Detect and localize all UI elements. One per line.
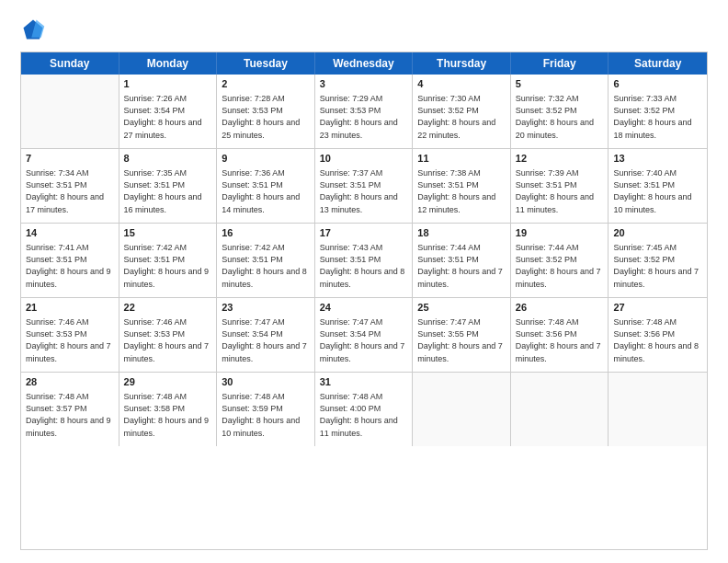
day-number: 30 [222, 375, 310, 389]
day-number: 1 [124, 77, 212, 91]
table-row: 24Sunrise: 7:47 AMSunset: 3:54 PMDayligh… [315, 298, 414, 372]
cal-header-thursday: Thursday [413, 52, 511, 75]
cell-info: Sunrise: 7:37 AMSunset: 3:51 PMDaylight:… [320, 167, 408, 215]
cell-info: Sunrise: 7:48 AMSunset: 3:56 PMDaylight:… [613, 316, 702, 364]
table-row: 23Sunrise: 7:47 AMSunset: 3:54 PMDayligh… [217, 298, 315, 372]
cell-info: Sunrise: 7:48 AMSunset: 3:59 PMDaylight:… [222, 391, 310, 439]
table-row: 12Sunrise: 7:39 AMSunset: 3:51 PMDayligh… [511, 149, 609, 223]
day-number: 4 [417, 77, 506, 91]
table-row: 29Sunrise: 7:48 AMSunset: 3:58 PMDayligh… [119, 373, 218, 446]
cal-week-4: 21Sunrise: 7:46 AMSunset: 3:53 PMDayligh… [21, 298, 707, 373]
cell-info: Sunrise: 7:43 AMSunset: 3:51 PMDaylight:… [320, 242, 408, 290]
cell-info: Sunrise: 7:30 AMSunset: 3:52 PMDaylight:… [417, 93, 506, 141]
cell-info: Sunrise: 7:48 AMSunset: 3:58 PMDaylight:… [124, 391, 212, 439]
table-row: 19Sunrise: 7:44 AMSunset: 3:52 PMDayligh… [511, 224, 609, 297]
day-number: 20 [613, 226, 702, 240]
cell-info: Sunrise: 7:44 AMSunset: 3:52 PMDaylight:… [516, 242, 604, 290]
cal-header-sunday: Sunday [21, 52, 119, 75]
table-row: 10Sunrise: 7:37 AMSunset: 3:51 PMDayligh… [315, 149, 414, 223]
cal-week-3: 14Sunrise: 7:41 AMSunset: 3:51 PMDayligh… [21, 224, 707, 298]
table-row [21, 75, 119, 148]
day-number: 29 [124, 375, 212, 389]
cell-info: Sunrise: 7:46 AMSunset: 3:53 PMDaylight:… [124, 316, 212, 364]
day-number: 28 [26, 375, 114, 389]
cell-info: Sunrise: 7:42 AMSunset: 3:51 PMDaylight:… [222, 242, 310, 290]
day-number: 2 [222, 77, 310, 91]
table-row: 3Sunrise: 7:29 AMSunset: 3:53 PMDaylight… [315, 75, 414, 148]
cell-info: Sunrise: 7:28 AMSunset: 3:53 PMDaylight:… [222, 93, 310, 141]
cal-header-wednesday: Wednesday [315, 52, 414, 75]
table-row: 11Sunrise: 7:38 AMSunset: 3:51 PMDayligh… [413, 149, 511, 223]
cell-info: Sunrise: 7:48 AMSunset: 3:57 PMDaylight:… [26, 391, 114, 439]
cell-info: Sunrise: 7:47 AMSunset: 3:54 PMDaylight:… [320, 316, 408, 364]
table-row: 4Sunrise: 7:30 AMSunset: 3:52 PMDaylight… [413, 75, 511, 148]
table-row: 15Sunrise: 7:42 AMSunset: 3:51 PMDayligh… [119, 224, 218, 297]
day-number: 31 [320, 375, 408, 389]
table-row: 20Sunrise: 7:45 AMSunset: 3:52 PMDayligh… [609, 224, 707, 297]
day-number: 3 [320, 77, 408, 91]
table-row: 14Sunrise: 7:41 AMSunset: 3:51 PMDayligh… [21, 224, 119, 297]
day-number: 18 [417, 226, 506, 240]
day-number: 16 [222, 226, 310, 240]
cell-info: Sunrise: 7:40 AMSunset: 3:51 PMDaylight:… [613, 167, 702, 215]
cell-info: Sunrise: 7:36 AMSunset: 3:51 PMDaylight:… [222, 167, 310, 215]
day-number: 23 [222, 301, 310, 315]
calendar-header: SundayMondayTuesdayWednesdayThursdayFrid… [21, 52, 707, 75]
cell-info: Sunrise: 7:33 AMSunset: 3:52 PMDaylight:… [613, 93, 702, 141]
table-row: 6Sunrise: 7:33 AMSunset: 3:52 PMDaylight… [609, 75, 707, 148]
table-row: 13Sunrise: 7:40 AMSunset: 3:51 PMDayligh… [609, 149, 707, 223]
day-number: 24 [320, 301, 408, 315]
day-number: 11 [417, 152, 506, 166]
table-row: 21Sunrise: 7:46 AMSunset: 3:53 PMDayligh… [21, 298, 119, 372]
cell-info: Sunrise: 7:29 AMSunset: 3:53 PMDaylight:… [320, 93, 408, 141]
calendar: SundayMondayTuesdayWednesdayThursdayFrid… [20, 52, 708, 550]
calendar-body: 1Sunrise: 7:26 AMSunset: 3:54 PMDaylight… [21, 75, 707, 446]
day-number: 5 [516, 77, 604, 91]
logo-icon [20, 17, 46, 42]
table-row [511, 373, 609, 446]
table-row: 28Sunrise: 7:48 AMSunset: 3:57 PMDayligh… [21, 373, 119, 446]
cell-info: Sunrise: 7:42 AMSunset: 3:51 PMDaylight:… [124, 242, 212, 290]
table-row [413, 373, 511, 446]
day-number: 25 [417, 301, 506, 315]
table-row: 31Sunrise: 7:48 AMSunset: 4:00 PMDayligh… [315, 373, 414, 446]
day-number: 14 [26, 226, 114, 240]
cell-info: Sunrise: 7:34 AMSunset: 3:51 PMDaylight:… [26, 167, 114, 215]
day-number: 17 [320, 226, 408, 240]
cell-info: Sunrise: 7:47 AMSunset: 3:54 PMDaylight:… [222, 316, 310, 364]
cal-header-tuesday: Tuesday [217, 52, 315, 75]
table-row: 2Sunrise: 7:28 AMSunset: 3:53 PMDaylight… [217, 75, 315, 148]
cell-info: Sunrise: 7:44 AMSunset: 3:51 PMDaylight:… [417, 242, 506, 290]
day-number: 13 [613, 152, 702, 166]
table-row: 17Sunrise: 7:43 AMSunset: 3:51 PMDayligh… [315, 224, 414, 297]
day-number: 6 [613, 77, 702, 91]
table-row [609, 373, 707, 446]
cell-info: Sunrise: 7:46 AMSunset: 3:53 PMDaylight:… [26, 316, 114, 364]
table-row: 30Sunrise: 7:48 AMSunset: 3:59 PMDayligh… [217, 373, 315, 446]
table-row: 9Sunrise: 7:36 AMSunset: 3:51 PMDaylight… [217, 149, 315, 223]
logo [20, 17, 50, 42]
table-row: 16Sunrise: 7:42 AMSunset: 3:51 PMDayligh… [217, 224, 315, 297]
table-row: 1Sunrise: 7:26 AMSunset: 3:54 PMDaylight… [119, 75, 218, 148]
table-row: 18Sunrise: 7:44 AMSunset: 3:51 PMDayligh… [413, 224, 511, 297]
cal-header-monday: Monday [119, 52, 218, 75]
cell-info: Sunrise: 7:39 AMSunset: 3:51 PMDaylight:… [516, 167, 604, 215]
cell-info: Sunrise: 7:48 AMSunset: 4:00 PMDaylight:… [320, 391, 408, 439]
cell-info: Sunrise: 7:32 AMSunset: 3:52 PMDaylight:… [516, 93, 604, 141]
table-row: 27Sunrise: 7:48 AMSunset: 3:56 PMDayligh… [609, 298, 707, 372]
cell-info: Sunrise: 7:41 AMSunset: 3:51 PMDaylight:… [26, 242, 114, 290]
day-number: 26 [516, 301, 604, 315]
table-row: 8Sunrise: 7:35 AMSunset: 3:51 PMDaylight… [119, 149, 218, 223]
header [20, 17, 708, 42]
day-number: 19 [516, 226, 604, 240]
table-row: 5Sunrise: 7:32 AMSunset: 3:52 PMDaylight… [511, 75, 609, 148]
day-number: 15 [124, 226, 212, 240]
table-row: 22Sunrise: 7:46 AMSunset: 3:53 PMDayligh… [119, 298, 218, 372]
table-row: 7Sunrise: 7:34 AMSunset: 3:51 PMDaylight… [21, 149, 119, 223]
day-number: 10 [320, 152, 408, 166]
cell-info: Sunrise: 7:38 AMSunset: 3:51 PMDaylight:… [417, 167, 506, 215]
cal-week-5: 28Sunrise: 7:48 AMSunset: 3:57 PMDayligh… [21, 373, 707, 446]
table-row: 25Sunrise: 7:47 AMSunset: 3:55 PMDayligh… [413, 298, 511, 372]
cell-info: Sunrise: 7:35 AMSunset: 3:51 PMDaylight:… [124, 167, 212, 215]
day-number: 22 [124, 301, 212, 315]
